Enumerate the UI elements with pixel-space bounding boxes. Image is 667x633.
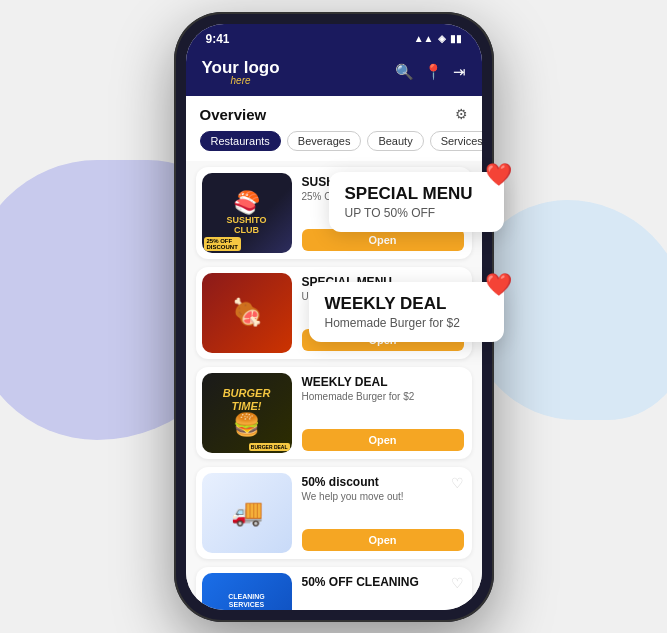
tooltip-weekly-subtitle: Homemade Burger for $2 xyxy=(325,316,488,330)
tooltip-weekly-heart: ❤️ xyxy=(485,272,512,298)
sushito-text: SUSHITOCLUB xyxy=(227,216,267,236)
tooltip-special-title: SPECIAL MENU xyxy=(345,184,488,204)
card-subtitle-burger: Homemade Burger for $2 xyxy=(302,391,415,402)
wifi-icon: ◈ xyxy=(438,33,446,44)
overview-bar: Overview ⚙ xyxy=(186,96,482,131)
tooltip-special-subtitle: UP TO 50% OFF xyxy=(345,206,488,220)
burger-emoji: 🍔 xyxy=(233,412,260,438)
open-btn-move[interactable]: Open xyxy=(302,529,464,551)
tooltip-weekly-title: WEEKLY DEAL xyxy=(325,294,488,314)
pill-services[interactable]: Services xyxy=(430,131,482,151)
open-btn-sushito[interactable]: Open xyxy=(302,229,464,251)
card-title-cleaning: 50% OFF CLEANING xyxy=(302,575,419,589)
pill-beverages[interactable]: Beverages xyxy=(287,131,362,151)
card-image-cleaning: CLEANINGSERVICES 🧹 xyxy=(202,573,292,610)
card-image-move: 🚚 xyxy=(202,473,292,553)
status-bar: 9:41 ▲▲ ◈ ▮▮ xyxy=(186,24,482,50)
sushito-bowl-icon: 🍣 xyxy=(233,190,260,216)
search-icon[interactable]: 🔍 xyxy=(395,63,414,81)
header-icons: 🔍 📍 ⇥ xyxy=(395,63,466,81)
logo-text: Your logo xyxy=(202,58,280,77)
card-subtitle-move: We help you move out! xyxy=(302,491,404,502)
tooltip-special: ❤️ SPECIAL MENU UP TO 50% OFF xyxy=(329,172,504,232)
card-move: 🚚 50% discount We help you move out! ♡ xyxy=(196,467,472,559)
overview-title: Overview xyxy=(200,106,267,123)
status-time: 9:41 xyxy=(206,32,230,46)
card-info-cleaning: 50% OFF CLEANING ♡ xyxy=(298,567,472,610)
pill-restaurants[interactable]: Restaurants xyxy=(200,131,281,151)
card-cleaning: CLEANINGSERVICES 🧹 50% OFF CLEANING ♡ xyxy=(196,567,472,610)
filter-pills: Restaurants Beverages Beauty Services xyxy=(186,131,482,161)
open-btn-burger[interactable]: Open xyxy=(302,429,464,451)
burger-title-text: BURGERTIME! xyxy=(223,387,271,411)
card-title-burger: WEEKLY DEAL xyxy=(302,375,415,389)
card-top-burger: WEEKLY DEAL Homemade Burger for $2 xyxy=(302,375,464,402)
sushito-discount-badge: 25% OFFDISCOUNT xyxy=(204,237,241,251)
card-top-cleaning: 50% OFF CLEANING ♡ xyxy=(302,575,464,591)
filter-icon[interactable]: ⚙ xyxy=(455,106,468,122)
card-image-special: 🍖 xyxy=(202,273,292,353)
login-icon[interactable]: ⇥ xyxy=(453,63,466,81)
burger-deal-tag: BURGER DEAL xyxy=(249,443,290,451)
phone-wrapper: ❤️ SPECIAL MENU UP TO 50% OFF ❤️ WEEKLY … xyxy=(174,12,494,622)
cleaning-label-text: CLEANINGSERVICES xyxy=(228,593,265,608)
card-burger: BURGERTIME! 🍔 BURGER DEAL WEEKLY DEAL Ho xyxy=(196,367,472,459)
pill-beauty[interactable]: Beauty xyxy=(367,131,423,151)
card-image-burger: BURGERTIME! 🍔 BURGER DEAL xyxy=(202,373,292,453)
card-title-move: 50% discount xyxy=(302,475,404,489)
logo-area: Your logo here xyxy=(202,58,280,86)
card-image-sushito: 🍣 SUSHITOCLUB 25% OFFDISCOUNT xyxy=(202,173,292,253)
tooltip-special-heart: ❤️ xyxy=(485,162,512,188)
card-info-burger: WEEKLY DEAL Homemade Burger for $2 Open xyxy=(298,367,472,459)
battery-icon: ▮▮ xyxy=(450,33,462,44)
tooltip-weekly: ❤️ WEEKLY DEAL Homemade Burger for $2 xyxy=(309,282,504,342)
card-top-move: 50% discount We help you move out! ♡ xyxy=(302,475,464,502)
location-icon[interactable]: 📍 xyxy=(424,63,443,81)
signal-icon: ▲▲ xyxy=(414,33,434,44)
app-header: Your logo here 🔍 📍 ⇥ xyxy=(186,50,482,96)
card-info-move: 50% discount We help you move out! ♡ Ope… xyxy=(298,467,472,559)
heart-cleaning[interactable]: ♡ xyxy=(451,575,464,591)
heart-move[interactable]: ♡ xyxy=(451,475,464,491)
status-icons: ▲▲ ◈ ▮▮ xyxy=(414,33,462,44)
